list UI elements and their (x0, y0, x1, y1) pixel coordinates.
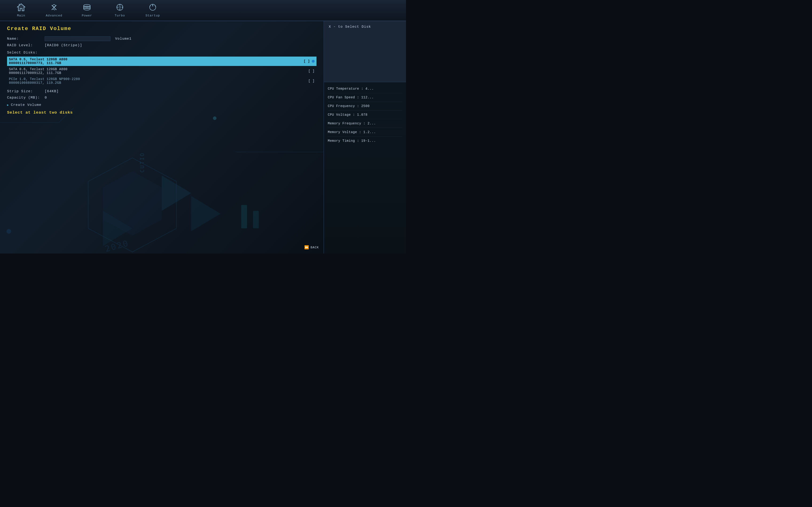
nav-turbo-label: Turbo (115, 14, 125, 17)
warning-text: Select at least two disks (7, 110, 316, 115)
page-title: Create RAID Volume (7, 26, 316, 32)
stat-mem-voltage-label: Memory Voltage : 1.2... (328, 130, 376, 134)
name-label: Name: (7, 37, 45, 41)
stat-cpu-voltage: CPU Voltage : 1.078 (328, 111, 402, 119)
raid-level-row: RAID Level: [RAID0 (Stripe)] (7, 44, 316, 47)
svg-line-6 (53, 9, 55, 10)
name-value: Volume1 (115, 37, 132, 41)
disk-0-checkbox: [ ] (304, 59, 310, 63)
capacity-label: Capacity (MB): (7, 96, 45, 100)
right-hint-text: X - to Select Disk (329, 25, 371, 29)
nav-advanced-label: Advanced (46, 14, 62, 17)
disk-0-serial: 0000011170000773, 111.7GB (9, 61, 67, 65)
svg-point-9 (84, 8, 90, 10)
stat-cpu-fan: CPU Fan Speed : 112... (328, 93, 402, 102)
disk-2-serial: 0000010088000317, 119.2GB (9, 81, 80, 85)
bottom-fields: Strip Size: [64KB] Capacity (MB): 0 (7, 90, 316, 100)
disk-item-0[interactable]: SATA 0.5, Teclast 120GB A800 00000111700… (7, 57, 316, 66)
left-panel: CUTIO 2020 Create RAID Volume Name: Volu… (0, 21, 324, 253)
stat-mem-freq: Memory Frequency : 2... (328, 119, 402, 128)
nav-startup[interactable]: Startup (136, 1, 169, 19)
nav-advanced[interactable]: Advanced (38, 1, 70, 19)
raid-level-value: [RAID0 (Stripe)] (45, 44, 82, 47)
disk-0-name: SATA 0.5, Teclast 120GB A800 (9, 58, 67, 61)
stat-mem-freq-label: Memory Frequency : 2... (328, 122, 376, 125)
nav-startup-label: Startup (145, 14, 160, 17)
svg-point-5 (53, 4, 55, 7)
nav-power[interactable]: Power (70, 1, 103, 19)
disk-1-name: SATA 0.6, Teclast 120GB A800 (9, 67, 67, 71)
right-hint: X - to Select Disk (324, 21, 406, 82)
power-stack-icon (83, 3, 91, 13)
raid-level-label: RAID Level: (7, 44, 45, 47)
main-content: CUTIO 2020 Create RAID Volume Name: Volu… (0, 21, 406, 253)
stat-mem-voltage: Memory Voltage : 1.2... (328, 128, 402, 136)
home-icon (17, 3, 26, 13)
nav-turbo[interactable]: Turbo (103, 1, 136, 19)
disk-1-serial: 0000011170009122, 111.7GB (9, 71, 67, 75)
tools-icon (50, 3, 58, 13)
capacity-value: 0 (45, 96, 47, 100)
disk-item-1[interactable]: SATA 0.6, Teclast 120GB A800 00000111700… (7, 66, 316, 76)
nav-power-label: Power (82, 14, 92, 17)
right-stats: CPU Temperature : 4... CPU Fan Speed : 1… (324, 82, 406, 253)
stat-cpu-fan-label: CPU Fan Speed : 112... (328, 96, 374, 99)
name-row: Name: Volume1 (7, 36, 316, 41)
nav-main-label: Main (17, 14, 25, 17)
stat-cpu-temp: CPU Temperature : 4... (328, 84, 402, 93)
stat-cpu-freq-label: CPU Frequency : 2500 (328, 104, 369, 108)
create-volume-row[interactable]: ▶ Create Volume (7, 103, 316, 107)
stat-mem-timing-label: Memory Timing : 19-1... (328, 139, 376, 143)
right-panel: X - to Select Disk CPU Temperature : 4..… (324, 21, 406, 253)
stat-cpu-temp-label: CPU Temperature : 4... (328, 87, 374, 91)
select-disks-label: Select Disks: (7, 51, 316, 55)
disk-1-checkbox: [ ] (308, 69, 315, 73)
svg-point-13 (119, 6, 121, 8)
nav-bar: Main Advanced Power (0, 0, 406, 21)
disk-2-checkbox: [ ] (308, 79, 315, 83)
disk-item-2[interactable]: PCIe 1.0, Teclast 128GB NP900-2280 00000… (7, 76, 316, 86)
create-volume-arrow-icon: ▶ (7, 103, 9, 107)
content-overlay: Create RAID Volume Name: Volume1 RAID Le… (0, 21, 323, 253)
nav-main[interactable]: Main (5, 1, 38, 19)
strip-size-row: Strip Size: [64KB] (7, 90, 316, 94)
svg-marker-1 (17, 4, 25, 11)
strip-size-value: [64KB] (45, 90, 59, 94)
strip-size-label: Strip Size: (7, 90, 45, 94)
disk-list: SATA 0.5, Teclast 120GB A800 00000111700… (7, 57, 316, 86)
name-input-bar (45, 36, 110, 41)
capacity-row: Capacity (MB): 0 (7, 96, 316, 100)
stat-cpu-voltage-label: CPU Voltage : 1.078 (328, 113, 367, 117)
turbo-icon (116, 3, 124, 13)
create-volume-label: Create Volume (11, 103, 41, 107)
disk-0-dot (312, 60, 315, 63)
disk-2-name: PCIe 1.0, Teclast 128GB NP900-2280 (9, 77, 80, 81)
startup-icon (149, 3, 157, 13)
stat-cpu-freq: CPU Frequency : 2500 (328, 102, 402, 111)
stat-mem-timing: Memory Timing : 19-1... (328, 136, 402, 145)
